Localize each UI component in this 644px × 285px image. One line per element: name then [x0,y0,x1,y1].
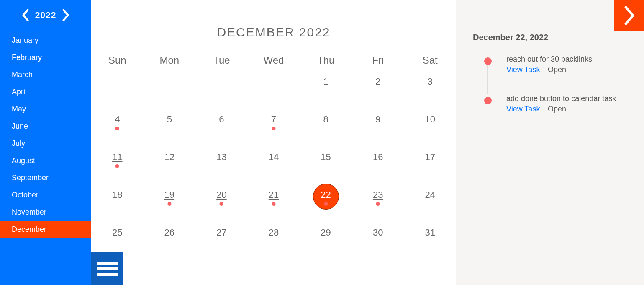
task-status: Open [548,105,566,113]
month-item-february[interactable]: February [0,49,91,66]
day-number: 16 [373,152,383,163]
day-27[interactable]: 27 [195,227,248,265]
weekday-fri: Fri [352,52,404,69]
day-blank [144,76,196,114]
separator: | [540,65,548,74]
task-item: add done button to calendar taskView Tas… [488,94,627,114]
day-7[interactable]: 7 [248,114,300,152]
task-title: add done button to calendar task [506,94,627,103]
year-label: 2022 [35,10,56,20]
day-6[interactable]: 6 [195,114,248,152]
next-year-button[interactable] [61,8,70,22]
day-3[interactable]: 3 [404,76,456,114]
prev-year-button[interactable] [21,8,30,22]
calendar: DECEMBER 2022 SunMonTueWedThuFriSat 1234… [91,0,456,265]
month-item-august[interactable]: August [0,152,91,169]
weekday-header: SunMonTueWedThuFriSat [91,52,456,69]
day-30[interactable]: 30 [352,227,404,265]
month-list: JanuaryFebruaryMarchAprilMayJuneJulyAugu… [0,32,91,238]
weekday-sun: Sun [91,52,144,69]
day-22[interactable]: 22 [300,189,352,227]
day-17[interactable]: 17 [404,152,456,189]
day-blank [248,76,300,114]
month-item-september[interactable]: September [0,169,91,187]
task-list: reach out for 30 backlinksView Task | Op… [473,55,627,114]
day-19[interactable]: 19 [144,189,196,227]
task-dot-icon [324,202,328,206]
day-number: 17 [425,152,435,163]
day-number: 19 [164,189,174,200]
day-number: 25 [112,227,122,238]
month-sidebar: 2022 JanuaryFebruaryMarchAprilMayJuneJul… [0,0,91,285]
day-number: 7 [271,114,276,125]
day-28[interactable]: 28 [248,227,300,265]
collapse-detail-button[interactable] [614,0,644,31]
day-4[interactable]: 4 [91,114,144,152]
day-31[interactable]: 31 [404,227,456,265]
day-number: 9 [375,114,380,125]
weekday-sat: Sat [404,52,456,69]
task-meta: View Task | Open [506,65,627,74]
month-item-april[interactable]: April [0,83,91,101]
day-number: 6 [219,114,224,125]
day-24[interactable]: 24 [404,189,456,227]
month-item-january[interactable]: January [0,32,91,49]
day-12[interactable]: 12 [144,152,196,189]
task-dot-icon [115,164,119,168]
day-number: 4 [115,114,120,125]
month-item-october[interactable]: October [0,187,91,204]
task-dot-icon [376,202,380,206]
month-item-march[interactable]: March [0,66,91,83]
month-item-november[interactable]: November [0,204,91,221]
task-dot-icon [220,202,223,206]
day-number: 5 [167,114,172,125]
day-21[interactable]: 21 [248,189,300,227]
day-10[interactable]: 10 [404,114,456,152]
day-number: 2 [375,76,380,87]
month-item-july[interactable]: July [0,135,91,152]
year-picker: 2022 [0,0,91,32]
day-number: 14 [269,152,279,163]
day-number: 28 [269,227,279,238]
day-2[interactable]: 2 [352,76,404,114]
day-5[interactable]: 5 [144,114,196,152]
day-26[interactable]: 26 [144,227,196,265]
month-item-june[interactable]: June [0,118,91,135]
day-9[interactable]: 9 [352,114,404,152]
day-8[interactable]: 8 [300,114,352,152]
day-number: 26 [164,227,174,238]
days-grid: 1234567891011121314151617181920212223242… [91,76,456,265]
day-18[interactable]: 18 [91,189,144,227]
day-blank [91,76,144,114]
day-29[interactable]: 29 [300,227,352,265]
day-number: 20 [216,189,226,200]
task-meta: View Task | Open [506,105,627,114]
view-task-link[interactable]: View Task [506,105,540,113]
day-number: 12 [164,152,174,163]
day-11[interactable]: 11 [91,152,144,189]
calendar-title: DECEMBER 2022 [91,25,456,39]
task-body: add done button to calendar taskView Tas… [506,94,627,114]
month-item-may[interactable]: May [0,101,91,118]
day-20[interactable]: 20 [195,189,248,227]
task-dot-icon [115,127,119,130]
day-23[interactable]: 23 [352,189,404,227]
day-1[interactable]: 1 [300,76,352,114]
day-16[interactable]: 16 [352,152,404,189]
weekday-thu: Thu [300,52,352,69]
day-13[interactable]: 13 [195,152,248,189]
day-14[interactable]: 14 [248,152,300,189]
day-number: 15 [321,152,331,163]
month-item-december[interactable]: December [0,221,91,238]
task-item: reach out for 30 backlinksView Task | Op… [488,55,627,74]
task-status: Open [548,65,566,74]
separator: | [540,105,548,113]
task-title: reach out for 30 backlinks [506,55,627,64]
day-number: 23 [373,189,383,200]
view-task-link[interactable]: View Task [506,65,540,74]
day-25[interactable]: 25 [91,227,144,265]
task-dot-icon [167,202,171,206]
day-number: 11 [112,152,122,163]
task-bullet-icon [484,57,492,65]
day-number: 31 [425,227,435,238]
